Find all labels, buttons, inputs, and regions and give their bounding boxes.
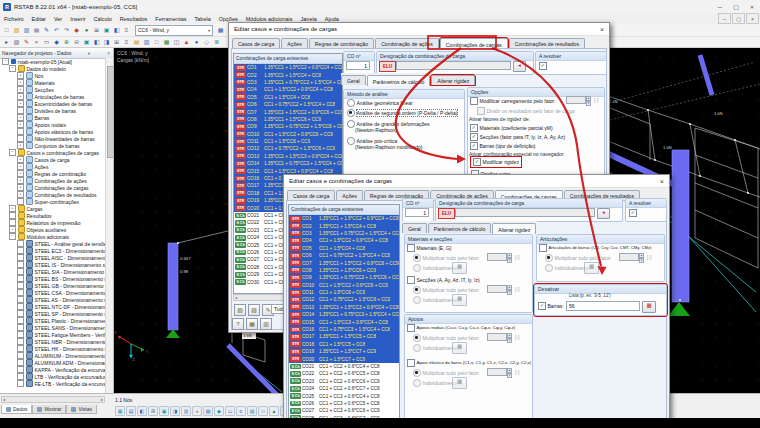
factor-spinner[interactable]: ▴▾ xyxy=(507,368,512,376)
menu-item[interactable]: Cálculo xyxy=(89,16,115,22)
individually-button[interactable]: ▦ xyxy=(452,262,467,274)
tree-item[interactable]: + Regras de combinação xyxy=(0,170,106,177)
divide-results-checkbox[interactable]: Dividir os resultados pelo fator de carg… xyxy=(477,107,575,115)
designation-field[interactable] xyxy=(455,208,595,217)
members-stiffness-checkbox[interactable]: ✓Barras (tipo de definição) xyxy=(470,142,535,150)
designation-field[interactable] xyxy=(396,61,511,70)
tree-expander-icon[interactable] xyxy=(17,268,24,275)
new-combination-button[interactable]: ▧ xyxy=(234,304,246,316)
combination-row[interactable]: STR CO10 CC1 + 1.5*CC2 + 0.9*CC6 + CC9 xyxy=(234,131,342,138)
modify-stiffness-checkbox[interactable]: ✓Modificar rigidez xyxy=(471,157,521,167)
tree-item[interactable]: STEEL NBR - Dimensionamento se xyxy=(0,338,106,345)
tree-item[interactable]: Não-linearidades de barras xyxy=(0,135,106,142)
toolbar-icon[interactable]: ⊖ xyxy=(72,38,81,47)
load-case-combobox[interactable]: CC6 - Wind, y ▾ xyxy=(135,25,213,36)
tree-item[interactable]: STEEL SP - Dimensionamento seg xyxy=(0,310,106,317)
view-control-icon[interactable]: ▲ xyxy=(269,406,279,416)
tree-item[interactable]: + Combinações de ações xyxy=(0,177,106,184)
tree-expander-icon[interactable]: + xyxy=(17,184,24,191)
tree-expander-icon[interactable] xyxy=(17,303,24,310)
toolbar-icon[interactable]: ▦ xyxy=(216,26,225,35)
menu-item[interactable]: Ver xyxy=(50,16,66,22)
tree-expander-icon[interactable] xyxy=(17,324,24,331)
combination-row[interactable]: STR CO3 1.35*CC1 + 0.75*CC2 + 1.5*CC4 + … xyxy=(234,79,342,86)
elastic-member-foundation-checkbox[interactable]: Apoio elástico da barra (C1,x, C1,y, C1,… xyxy=(407,359,531,367)
tree-expander-icon[interactable]: + xyxy=(17,177,24,184)
apply-button[interactable]: ▥ xyxy=(260,318,272,330)
sections-stiffness-checkbox[interactable]: ✓Secções (fator para IT, Iy, Iz, A, Ay, … xyxy=(470,133,565,141)
tree-expander-icon[interactable]: + xyxy=(17,156,24,163)
navigator-tab[interactable]: Mostrar xyxy=(32,405,66,414)
toolbar-icon[interactable]: ⊞ xyxy=(92,26,101,35)
view-control-icon[interactable]: ▧ xyxy=(247,406,257,416)
individually-button[interactable]: ▦ xyxy=(452,377,467,389)
tree-item[interactable]: Relatórios de impressão xyxy=(0,219,106,226)
combination-list[interactable]: Combinações de carga existentes STR CO1 … xyxy=(288,204,400,422)
dialog-title-bar[interactable]: Editar casos e combinações de cargas × xyxy=(229,23,609,36)
factor-spinner[interactable]: ▴▾ xyxy=(507,333,512,341)
navigator-tab[interactable]: Dados xyxy=(1,405,32,414)
members-list-field[interactable]: 56 xyxy=(566,301,640,311)
to-solve-checkbox[interactable]: ✓ xyxy=(539,62,549,70)
tree-expander-icon[interactable]: + xyxy=(9,226,16,233)
tree-item[interactable]: STEEL NTC-DF - Dimensionament xyxy=(0,303,106,310)
tree-expander-icon[interactable]: + xyxy=(17,121,24,128)
combination-row[interactable]: STR CO20 CC1 + 1.5*CC7 + CC9 xyxy=(289,355,399,362)
combination-row[interactable]: STR CO3 1.35*CC1 + 0.75*CC2 + 1.5*CC4 + … xyxy=(289,230,399,237)
tree-item[interactable]: + Apoios nodais xyxy=(0,121,106,128)
tree-expander-icon[interactable] xyxy=(17,261,24,268)
radio-multiply-factor[interactable]: Multiplicar tudo pelo fator: xyxy=(413,286,480,294)
combination-row[interactable]: S Ch CO23 CC1 + CC2 + 0.6*CC6 + CC9 xyxy=(289,378,399,385)
tree-expander-icon[interactable]: + xyxy=(17,93,24,100)
tree-expander-icon[interactable] xyxy=(17,373,24,380)
loading-factor-spinner[interactable]: ▴▾ xyxy=(586,96,591,104)
tree-item[interactable]: STEEL BS - Dimensionamento seg xyxy=(0,275,106,282)
radio-linear-analysis[interactable]: Análise geométrica linear xyxy=(347,99,413,107)
toolbar-icon[interactable]: ▨ xyxy=(12,38,21,47)
tree-expander-icon[interactable] xyxy=(17,345,24,352)
deactivate-members-checkbox[interactable]: ✓Barras: xyxy=(538,302,564,310)
tree-item[interactable]: STEEL SANS - Dimensionamento s xyxy=(0,324,106,331)
menu-item[interactable]: Editar xyxy=(28,16,50,22)
minimize-button[interactable]: ─ xyxy=(712,1,728,13)
factor-spinner[interactable]: ▴▾ xyxy=(639,253,644,261)
combination-row[interactable]: STR CO2 1.35*CC1 + 1.5*CC4 + CC8 xyxy=(289,222,399,229)
toolbar-icon[interactable]: ◫ xyxy=(172,38,181,47)
tree-expander-icon[interactable]: − xyxy=(9,65,16,72)
tree-expander-icon[interactable] xyxy=(17,366,24,373)
view-control-icon[interactable]: ▥ xyxy=(181,406,191,416)
tree-expander-icon[interactable] xyxy=(17,128,24,135)
toolbar-icon[interactable]: ⊕ xyxy=(62,38,71,47)
factor-field[interactable] xyxy=(487,285,507,293)
combination-row[interactable]: S Ch CO26 CC1 + CC3 + 0.6*CC5 + CC8 xyxy=(289,400,399,407)
toolbar-icon[interactable]: ▨ xyxy=(12,26,21,35)
dialog-tab[interactable]: Ações xyxy=(281,38,307,48)
dialog-tab[interactable]: Regras de combinação xyxy=(309,38,374,48)
radio-multiply-factor[interactable]: Multiplicar tudo pelo fator: xyxy=(413,369,480,377)
help-button[interactable]: ? xyxy=(232,318,244,330)
tree-expander-icon[interactable] xyxy=(9,212,16,219)
tree-item[interactable]: + Conjuntos de barras xyxy=(0,142,106,149)
tree-item[interactable]: + Casos de carga xyxy=(0,156,106,163)
toolbar-icon[interactable]: ≡ xyxy=(122,38,131,47)
toolbar-icon[interactable]: ⊞ xyxy=(112,38,121,47)
combination-row[interactable]: STR CO2 1.35*CC1 + 1.5*CC4 + CC8 xyxy=(234,71,342,78)
menu-item[interactable]: Ajuda xyxy=(321,16,343,22)
tree-expander-icon[interactable]: + xyxy=(17,79,24,86)
combination-row[interactable]: STR CO12 CC1 + 0.75*CC2 + 1.5*CC6 + CC9 xyxy=(289,296,399,303)
toolbar-icon[interactable]: ● xyxy=(82,26,91,35)
tree-item[interactable]: STEEL AS - Dimensionamento seg xyxy=(0,296,106,303)
combination-row[interactable]: S Ch CO25 CC1 + CC3 + 0.6*CC4 + CC8 xyxy=(289,392,399,399)
factor-spinner[interactable]: ▴▾ xyxy=(507,285,512,293)
tree-item[interactable]: STEEL Plastic - Dimensionamento xyxy=(0,317,106,324)
view-control-icon[interactable]: ▦ xyxy=(115,406,125,416)
modify-loading-checkbox[interactable]: Modificar carregamento pelo fator: xyxy=(470,97,556,105)
pick-members-button[interactable]: ▦ xyxy=(642,301,656,313)
combination-row[interactable]: STR CO1 1.35*CC1 + 1.5*CC2 + 0.9*CC4 + C… xyxy=(234,64,342,71)
combination-row[interactable]: STR CO13 1.35*CC1 + 1.5*CC3 + 0.9*CC4 + … xyxy=(234,153,342,160)
tree-item[interactable]: − Casos e combinações de cargas xyxy=(0,149,106,156)
sections-checkbox[interactable]: Secções (A, Ay, Az, IT, Iy, Iz) xyxy=(407,276,480,284)
factor-spinner[interactable]: ▴▾ xyxy=(507,253,512,261)
menu-item[interactable]: Resultados xyxy=(116,16,152,22)
toolbar-icon[interactable]: ≣ xyxy=(212,38,221,47)
